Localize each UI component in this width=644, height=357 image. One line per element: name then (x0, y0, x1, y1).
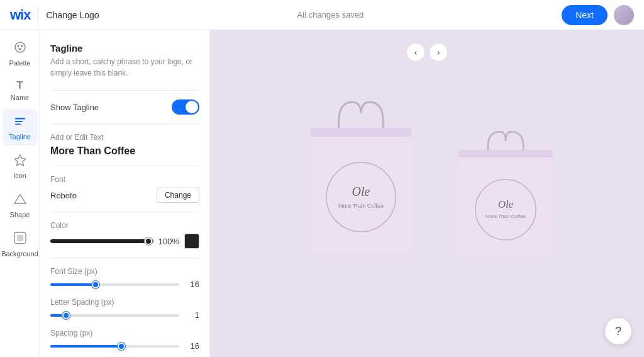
svg-rect-6 (15, 121, 23, 122)
sidebar-item-shape[interactable]: Shape (3, 187, 38, 224)
tagline-text-value[interactable]: More Than Coffee (50, 145, 199, 157)
help-button[interactable]: ? (605, 318, 631, 344)
shape-icon (13, 192, 27, 209)
show-tagline-label: Show Tagline (50, 103, 99, 112)
show-tagline-row: Show Tagline (50, 99, 199, 115)
divider-1 (50, 90, 199, 91)
sidebar-item-name-label: Name (11, 94, 29, 101)
svg-point-0 (15, 42, 25, 52)
divider-3 (50, 166, 199, 166)
svg-rect-5 (15, 118, 25, 120)
background-icon (13, 231, 27, 248)
header-left: wix Change Logo (10, 7, 99, 23)
letter-spacing-row: Letter Spacing (px) 1 (50, 298, 199, 320)
secondary-bag-svg: Ole More Than Coffee (449, 125, 562, 263)
sidebar-item-icon[interactable]: Icon (3, 148, 38, 184)
sidebar-item-icon-label: Icon (13, 172, 26, 179)
header-divider (38, 8, 38, 23)
font-row: Roboto Change (50, 188, 199, 203)
svg-point-3 (19, 48, 21, 50)
next-button[interactable]: Next (562, 5, 608, 25)
panel-title: Tagline (50, 43, 199, 54)
preview-bags: Ole More Than Coffee Ole More T (292, 93, 562, 295)
preview-prev-button[interactable]: ‹ (406, 43, 425, 62)
svg-point-4 (18, 48, 19, 49)
header: wix Change Logo All changes saved Next (0, 0, 644, 30)
letter-spacing-slider[interactable] (50, 314, 179, 317)
avatar-image (614, 5, 634, 25)
font-label: Font (50, 175, 199, 184)
settings-panel: Tagline Add a short, catchy phrase to yo… (40, 30, 210, 357)
preview-area: ‹ › Ole More Than Coffee (210, 30, 644, 357)
spacing-control: 16 (50, 341, 199, 351)
preview-nav: ‹ › (406, 43, 448, 62)
svg-text:More Than Coffee: More Than Coffee (486, 213, 526, 219)
font-size-slider[interactable] (50, 283, 179, 286)
font-size-row: Font Size (px) 16 (50, 267, 199, 289)
svg-rect-18 (458, 150, 553, 157)
divider-5 (50, 258, 199, 258)
font-size-fill (50, 283, 96, 286)
color-swatch[interactable] (184, 234, 199, 249)
sidebar-item-palette[interactable]: Palette (3, 35, 38, 72)
wix-logo: wix (10, 7, 30, 23)
svg-text:More Than Coffee: More Than Coffee (338, 203, 384, 209)
font-size-value: 16 (184, 280, 199, 289)
font-size-thumb (92, 281, 99, 288)
preview-next-button[interactable]: › (429, 43, 448, 62)
sidebar-item-name[interactable]: T Name (3, 74, 38, 106)
tagline-icon (13, 114, 27, 131)
name-icon: T (16, 79, 23, 92)
letter-spacing-value: 1 (184, 310, 199, 320)
svg-rect-11 (17, 235, 23, 241)
svg-rect-7 (15, 124, 21, 125)
sidebar-nav: Palette T Name Tagline Icon (0, 30, 40, 357)
font-size-label: Font Size (px) (50, 267, 199, 276)
spacing-fill (50, 345, 121, 348)
icon-icon (13, 153, 27, 170)
sidebar-item-tagline-label: Tagline (9, 133, 31, 140)
color-slider-thumb (145, 237, 152, 245)
font-size-control: 16 (50, 280, 199, 289)
sidebar-item-palette-label: Palette (9, 59, 30, 67)
palette-icon (13, 40, 27, 57)
spacing-value: 16 (184, 341, 199, 351)
sidebar-item-background[interactable]: Background (3, 226, 38, 263)
svg-point-2 (21, 45, 23, 47)
header-right: Next (562, 5, 634, 25)
spacing-label: Spacing (px) (50, 329, 199, 337)
sidebar-item-background-label: Background (1, 250, 38, 258)
svg-marker-9 (14, 195, 26, 203)
add-edit-label: Add or Edit Text (50, 133, 199, 142)
color-percent-value: 100% (158, 237, 179, 246)
svg-point-1 (17, 45, 19, 47)
svg-text:Ole: Ole (352, 184, 370, 198)
svg-marker-8 (14, 155, 25, 166)
main-layout: Palette T Name Tagline Icon (0, 30, 644, 357)
color-slider[interactable] (50, 239, 153, 243)
letter-spacing-control: 1 (50, 310, 199, 320)
main-bag-svg: Ole More Than Coffee (292, 93, 430, 269)
font-name-value: Roboto (50, 191, 77, 200)
spacing-row: Spacing (px) 16 (50, 329, 199, 351)
spacing-thumb (118, 343, 125, 350)
change-font-button[interactable]: Change (157, 188, 199, 203)
divider-2 (50, 123, 199, 124)
save-status: All changes saved (297, 10, 364, 20)
spacing-slider[interactable] (50, 345, 179, 348)
page-title: Change Logo (46, 10, 99, 20)
sidebar-item-shape-label: Shape (10, 211, 30, 218)
avatar[interactable] (614, 5, 634, 25)
color-label: Color (50, 221, 199, 230)
svg-rect-16 (311, 128, 411, 137)
color-row: 100% (50, 234, 199, 249)
letter-spacing-thumb (62, 312, 70, 319)
divider-4 (50, 212, 199, 212)
svg-text:Ole: Ole (498, 198, 514, 210)
secondary-bag: Ole More Than Coffee (449, 125, 562, 263)
toggle-knob (186, 101, 198, 113)
tagline-toggle[interactable] (172, 99, 199, 115)
panel-description: Add a short, catchy phrase to your logo,… (50, 56, 199, 79)
sidebar-item-tagline[interactable]: Tagline (3, 109, 38, 145)
main-bag: Ole More Than Coffee (292, 93, 430, 269)
